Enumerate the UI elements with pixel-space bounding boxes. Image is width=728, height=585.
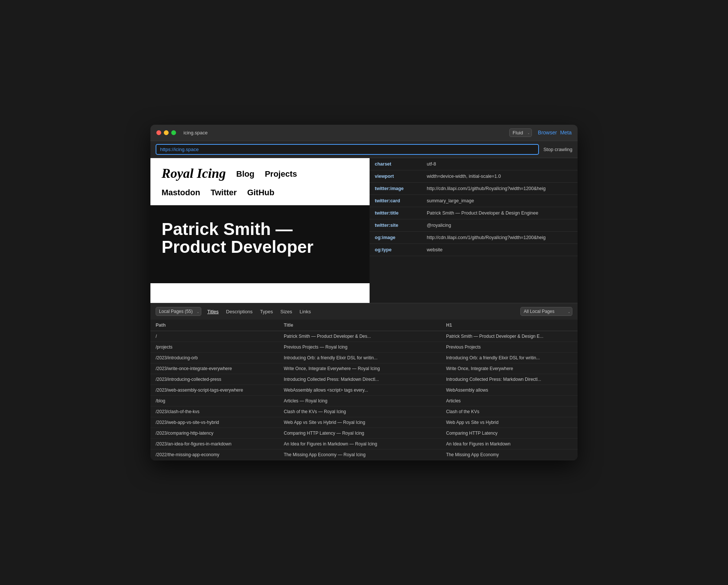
fluid-selector-wrapper: Fluid [509, 128, 532, 137]
nav-link-blog[interactable]: Blog [236, 169, 254, 179]
cell-title: Previous Projects — Royal Icing [279, 342, 441, 353]
cell-path: /2023/write-once-integrate-everywhere [150, 363, 279, 374]
cell-h1: Write Once, Integrate Everywhere [441, 363, 578, 374]
cell-title: Articles — Royal Icing [279, 396, 441, 406]
cell-path: /2023/clash-of-the-kvs [150, 406, 279, 417]
fluid-select[interactable]: Fluid [509, 128, 532, 137]
table-row[interactable]: /2023/clash-of-the-kvs Clash of the KVs … [150, 406, 578, 417]
cell-title: Web App vs Site vs Hybrid — Royal Icing [279, 417, 441, 428]
urlbar-row: Stop crawling [150, 141, 578, 158]
cell-title: The Missing App Economy — Royal Icing [279, 450, 441, 460]
tab-descriptions[interactable]: Descriptions [226, 308, 253, 315]
meta-row: twitter:title Patrick Smith — Product De… [370, 207, 578, 219]
meta-key: charset [370, 158, 422, 170]
meta-row: viewport width=device-width, initial-sca… [370, 170, 578, 183]
tab-types[interactable]: Types [260, 308, 273, 315]
meta-key: twitter:card [370, 195, 422, 207]
meta-link[interactable]: Meta [560, 130, 572, 136]
tab-sizes[interactable]: Sizes [280, 308, 292, 315]
cell-path: /blog [150, 396, 279, 406]
cell-path: /2023/web-assembly-script-tags-everywher… [150, 385, 279, 396]
cell-h1: Web App vs Site vs Hybrid [441, 417, 578, 428]
local-pages-select[interactable]: Local Pages (55) [156, 307, 201, 316]
meta-value: utf-8 [422, 158, 578, 170]
meta-row: twitter:site @royalicing [370, 219, 578, 232]
meta-key: og:type [370, 244, 422, 256]
table-row[interactable]: /2023/web-assembly-script-tags-everywher… [150, 385, 578, 396]
cell-h1: An Idea for Figures in Markdown [441, 439, 578, 450]
cell-h1: Comparing HTTP Latency [441, 428, 578, 439]
minimize-button[interactable] [164, 130, 169, 135]
close-button[interactable] [156, 130, 161, 135]
cell-h1: Introducing Collected Press: Markdown Di… [441, 374, 578, 385]
tab-links[interactable]: Links [300, 308, 311, 315]
site-nav: Royal Icing Blog Projects Mastodon Twitt… [150, 158, 370, 205]
browser-meta-links: Browser Meta [538, 130, 572, 136]
meta-value: Patrick Smith — Product Developer & Desi… [422, 207, 578, 219]
browser-link[interactable]: Browser [538, 130, 557, 136]
cell-h1: Articles [441, 396, 578, 406]
browser-window: icing.space Fluid Browser Meta Stop craw… [150, 125, 578, 460]
meta-value: http://cdn.lilapi.com/1/github/RoyalIcin… [422, 232, 578, 244]
cell-title: An Idea for Figures in Markdown — Royal … [279, 439, 441, 450]
table-header: Path Title H1 [150, 320, 578, 331]
col-header-path: Path [150, 320, 279, 331]
table-row[interactable]: /2023/write-once-integrate-everywhere Wr… [150, 363, 578, 374]
site-logo[interactable]: Royal Icing [162, 166, 226, 181]
social-mastodon[interactable]: Mastodon [162, 188, 200, 197]
nav-link-projects[interactable]: Projects [265, 169, 297, 179]
meta-row: og:image http://cdn.lilapi.com/1/github/… [370, 232, 578, 244]
table-row[interactable]: /blog Articles — Royal Icing Articles [150, 396, 578, 406]
table-row[interactable]: /2023/an-idea-for-figures-in-markdown An… [150, 439, 578, 450]
cell-path: /2023/web-app-vs-site-vs-hybrid [150, 417, 279, 428]
tab-titles[interactable]: Titles [207, 308, 219, 315]
table-row[interactable]: /2023/introducing-collected-press Introd… [150, 374, 578, 385]
table-row[interactable]: /2023/web-app-vs-site-vs-hybrid Web App … [150, 417, 578, 428]
meta-row: charset utf-8 [370, 158, 578, 170]
cell-title: Comparing HTTP Latency — Royal Icing [279, 428, 441, 439]
table-row[interactable]: /projects Previous Projects — Royal Icin… [150, 342, 578, 353]
pages-table: Path Title H1 / Patrick Smith — Product … [150, 320, 578, 460]
stop-crawling-button[interactable]: Stop crawling [543, 147, 572, 152]
main-content: Royal Icing Blog Projects Mastodon Twitt… [150, 158, 578, 303]
pages-toolbar: Local Pages (55) Titles Descriptions Typ… [150, 303, 578, 320]
meta-key: viewport [370, 170, 422, 183]
table-row[interactable]: /2022/the-missing-app-economy The Missin… [150, 450, 578, 460]
meta-key: og:image [370, 232, 422, 244]
all-local-select[interactable]: All Local Pages [520, 307, 572, 316]
cell-title: Write Once, Integrate Everywhere — Royal… [279, 363, 441, 374]
site-hero: Patrick Smith — Product Developer [150, 205, 370, 283]
meta-key: twitter:title [370, 207, 422, 219]
cell-path: /2023/introducing-orb [150, 353, 279, 363]
cell-title: Clash of the KVs — Royal Icing [279, 406, 441, 417]
cell-path: / [150, 331, 279, 342]
hero-line1: Patrick Smith — [162, 220, 313, 238]
cell-path: /2023/introducing-collected-press [150, 374, 279, 385]
meta-panel: charset utf-8 viewport width=device-widt… [370, 158, 578, 303]
traffic-lights [156, 130, 176, 135]
table-row[interactable]: /2023/introducing-orb Introducing Orb: a… [150, 353, 578, 363]
pages-tbody: / Patrick Smith — Product Developer & De… [150, 331, 578, 460]
social-twitter[interactable]: Twitter [211, 188, 237, 197]
url-input[interactable] [156, 144, 539, 155]
table-row[interactable]: /2023/comparing-http-latency Comparing H… [150, 428, 578, 439]
meta-value: summary_large_image [422, 195, 578, 207]
cell-h1: Patrick Smith — Product Developer & Desi… [441, 331, 578, 342]
cell-path: /2023/comparing-http-latency [150, 428, 279, 439]
meta-key: twitter:image [370, 183, 422, 195]
meta-key: twitter:site [370, 219, 422, 232]
site-nav-social: Mastodon Twitter GitHub [162, 188, 358, 197]
cell-h1: WebAssembly allows tags everywhere</td> [441, 385, 578, 396]
social-github[interactable]: GitHub [247, 188, 274, 197]
cell-h1: The Missing App Economy [441, 450, 578, 460]
cell-title: Patrick Smith — Product Developer & Des.… [279, 331, 441, 342]
meta-row: twitter:card summary_large_image [370, 195, 578, 207]
site-hero-text: Patrick Smith — Product Developer [162, 220, 313, 256]
meta-value: website [422, 244, 578, 256]
maximize-button[interactable] [171, 130, 176, 135]
cell-h1: Clash of the KVs [441, 406, 578, 417]
table-row[interactable]: / Patrick Smith — Product Developer & De… [150, 331, 578, 342]
local-pages-select-wrapper: Local Pages (55) [156, 307, 201, 316]
titlebar: icing.space Fluid Browser Meta [150, 125, 578, 141]
cell-h1: Introducing Orb: a friendly Elixir DSL f… [441, 353, 578, 363]
